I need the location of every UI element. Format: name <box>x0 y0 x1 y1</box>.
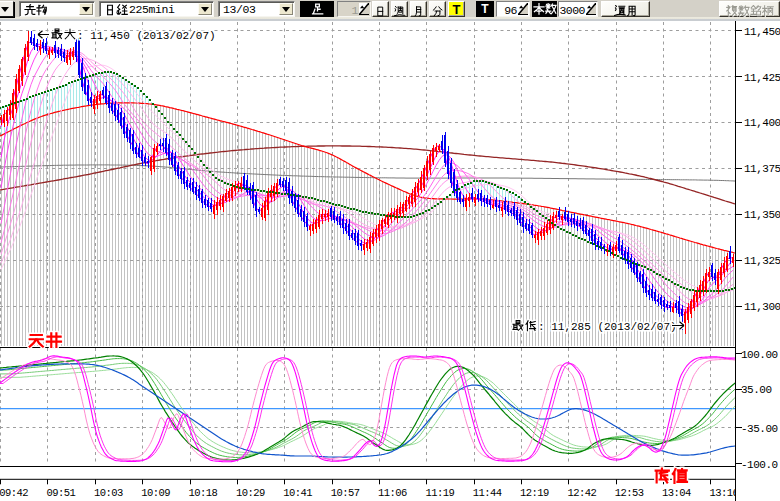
svg-text:10:41: 10:41 <box>283 487 312 499</box>
svg-text:11,325: 11,325 <box>744 255 780 267</box>
svg-text:11,400: 11,400 <box>744 117 780 129</box>
svg-text:-100.0: -100.0 <box>741 459 778 471</box>
svg-text:11:06: 11:06 <box>378 487 407 499</box>
svg-text:10:09: 10:09 <box>141 487 170 499</box>
svg-text:: 11,450 (2013/02/07): : 11,450 (2013/02/07) <box>77 30 216 42</box>
svg-text:11,375: 11,375 <box>744 163 780 175</box>
svg-text:100.00: 100.00 <box>741 349 778 361</box>
svg-text:11:19: 11:19 <box>425 487 454 499</box>
svg-text:10:57: 10:57 <box>331 487 360 499</box>
svg-text:12:19: 12:19 <box>520 487 549 499</box>
svg-text:-35.00: -35.00 <box>741 423 778 435</box>
svg-text:11:44: 11:44 <box>473 487 502 499</box>
svg-text:09:51: 09:51 <box>47 487 76 499</box>
svg-text:35.00: 35.00 <box>741 384 772 396</box>
svg-text:11,300: 11,300 <box>744 301 780 313</box>
svg-text:10:18: 10:18 <box>189 487 218 499</box>
svg-text:11,350: 11,350 <box>744 209 780 221</box>
svg-text:09:42: 09:42 <box>0 487 28 499</box>
svg-text:10:03: 10:03 <box>94 487 123 499</box>
svg-text:10:29: 10:29 <box>236 487 265 499</box>
svg-text:12:53: 12:53 <box>615 487 644 499</box>
svg-text:13:04: 13:04 <box>662 487 691 499</box>
svg-text:11,425: 11,425 <box>744 72 780 84</box>
svg-text:12:42: 12:42 <box>567 487 596 499</box>
svg-text:11,450: 11,450 <box>744 26 780 38</box>
svg-text:: 11,285 (2013/02/07): : 11,285 (2013/02/07) <box>538 321 677 333</box>
svg-text:13:16: 13:16 <box>710 487 739 499</box>
